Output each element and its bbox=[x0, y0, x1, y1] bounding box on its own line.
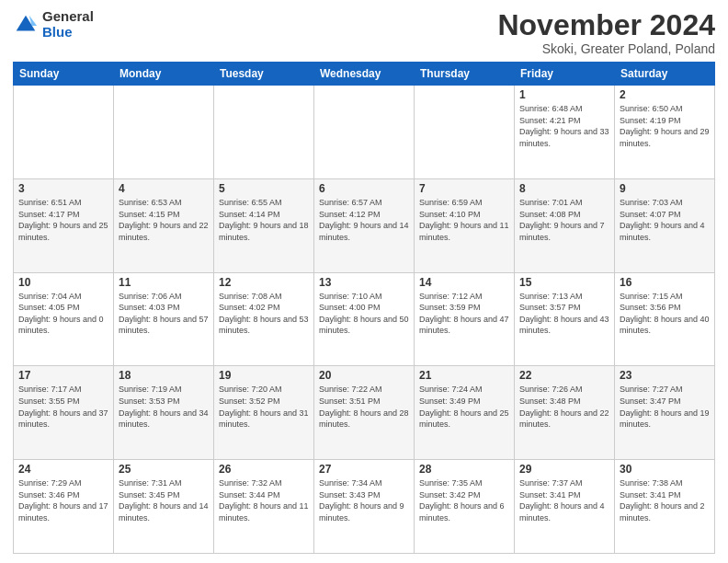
cell-4-4: 28 Sunrise: 7:35 AMSunset: 3:42 PMDaylig… bbox=[415, 460, 515, 554]
day-number: 15 bbox=[519, 276, 609, 289]
page: General Blue November 2024 Skoki, Greate… bbox=[0, 0, 728, 563]
cell-0-3 bbox=[314, 86, 415, 179]
cell-2-1: 11 Sunrise: 7:06 AMSunset: 4:03 PMDaylig… bbox=[114, 272, 214, 366]
month-title: November 2024 bbox=[497, 9, 715, 41]
day-info: Sunrise: 7:15 AMSunset: 3:56 PMDaylight:… bbox=[620, 291, 710, 337]
day-number: 10 bbox=[18, 276, 108, 289]
day-info: Sunrise: 7:17 AMSunset: 3:55 PMDaylight:… bbox=[18, 384, 108, 430]
logo-general: General bbox=[42, 9, 94, 25]
week-row-2: 10 Sunrise: 7:04 AMSunset: 4:05 PMDaylig… bbox=[14, 272, 715, 366]
day-number: 20 bbox=[319, 369, 409, 382]
cell-2-6: 16 Sunrise: 7:15 AMSunset: 3:56 PMDaylig… bbox=[615, 272, 715, 366]
logo: General Blue bbox=[13, 9, 94, 40]
day-number: 18 bbox=[119, 369, 209, 382]
cell-2-5: 15 Sunrise: 7:13 AMSunset: 3:57 PMDaylig… bbox=[515, 272, 615, 366]
header-wednesday: Wednesday bbox=[314, 63, 415, 86]
day-info: Sunrise: 6:57 AMSunset: 4:12 PMDaylight:… bbox=[319, 197, 409, 243]
cell-3-5: 22 Sunrise: 7:26 AMSunset: 3:48 PMDaylig… bbox=[515, 366, 615, 460]
day-number: 14 bbox=[419, 276, 509, 289]
day-info: Sunrise: 6:48 AMSunset: 4:21 PMDaylight:… bbox=[519, 103, 609, 149]
day-number: 28 bbox=[419, 463, 509, 476]
day-info: Sunrise: 7:03 AMSunset: 4:07 PMDaylight:… bbox=[620, 197, 710, 243]
day-number: 17 bbox=[18, 369, 108, 382]
day-info: Sunrise: 7:32 AMSunset: 3:44 PMDaylight:… bbox=[219, 477, 309, 523]
day-info: Sunrise: 7:24 AMSunset: 3:49 PMDaylight:… bbox=[419, 384, 509, 430]
cell-0-5: 1 Sunrise: 6:48 AMSunset: 4:21 PMDayligh… bbox=[515, 86, 615, 179]
day-info: Sunrise: 7:22 AMSunset: 3:51 PMDaylight:… bbox=[319, 384, 409, 430]
day-info: Sunrise: 7:37 AMSunset: 3:41 PMDaylight:… bbox=[519, 477, 609, 523]
cell-3-2: 19 Sunrise: 7:20 AMSunset: 3:52 PMDaylig… bbox=[214, 366, 314, 460]
cell-3-4: 21 Sunrise: 7:24 AMSunset: 3:49 PMDaylig… bbox=[415, 366, 515, 460]
day-number: 19 bbox=[219, 369, 309, 382]
day-info: Sunrise: 6:53 AMSunset: 4:15 PMDaylight:… bbox=[119, 197, 209, 243]
cell-4-0: 24 Sunrise: 7:29 AMSunset: 3:46 PMDaylig… bbox=[14, 460, 114, 554]
header-thursday: Thursday bbox=[415, 63, 515, 86]
cell-1-1: 4 Sunrise: 6:53 AMSunset: 4:15 PMDayligh… bbox=[114, 178, 214, 272]
day-number: 22 bbox=[519, 369, 609, 382]
day-number: 1 bbox=[519, 88, 609, 101]
day-number: 6 bbox=[319, 182, 409, 195]
cell-1-0: 3 Sunrise: 6:51 AMSunset: 4:17 PMDayligh… bbox=[14, 178, 114, 272]
cell-3-0: 17 Sunrise: 7:17 AMSunset: 3:55 PMDaylig… bbox=[14, 366, 114, 460]
day-info: Sunrise: 6:55 AMSunset: 4:14 PMDaylight:… bbox=[219, 197, 309, 243]
cell-2-4: 14 Sunrise: 7:12 AMSunset: 3:59 PMDaylig… bbox=[415, 272, 515, 366]
week-row-4: 24 Sunrise: 7:29 AMSunset: 3:46 PMDaylig… bbox=[14, 460, 715, 554]
day-info: Sunrise: 7:04 AMSunset: 4:05 PMDaylight:… bbox=[18, 291, 108, 337]
day-number: 30 bbox=[620, 463, 710, 476]
week-row-1: 3 Sunrise: 6:51 AMSunset: 4:17 PMDayligh… bbox=[14, 178, 715, 272]
day-info: Sunrise: 7:06 AMSunset: 4:03 PMDaylight:… bbox=[119, 291, 209, 337]
day-info: Sunrise: 7:08 AMSunset: 4:02 PMDaylight:… bbox=[219, 291, 309, 337]
day-info: Sunrise: 7:19 AMSunset: 3:53 PMDaylight:… bbox=[119, 384, 209, 430]
day-info: Sunrise: 7:26 AMSunset: 3:48 PMDaylight:… bbox=[519, 384, 609, 430]
header-monday: Monday bbox=[114, 63, 214, 86]
cell-3-3: 20 Sunrise: 7:22 AMSunset: 3:51 PMDaylig… bbox=[314, 366, 415, 460]
day-number: 5 bbox=[219, 182, 309, 195]
cell-4-6: 30 Sunrise: 7:38 AMSunset: 3:41 PMDaylig… bbox=[615, 460, 715, 554]
cell-0-2 bbox=[214, 86, 314, 179]
header-tuesday: Tuesday bbox=[214, 63, 314, 86]
location: Skoki, Greater Poland, Poland bbox=[497, 41, 715, 56]
day-info: Sunrise: 7:35 AMSunset: 3:42 PMDaylight:… bbox=[419, 477, 509, 523]
day-info: Sunrise: 7:20 AMSunset: 3:52 PMDaylight:… bbox=[219, 384, 309, 430]
day-number: 16 bbox=[620, 276, 710, 289]
cell-4-2: 26 Sunrise: 7:32 AMSunset: 3:44 PMDaylig… bbox=[214, 460, 314, 554]
day-number: 4 bbox=[119, 182, 209, 195]
cell-0-4 bbox=[415, 86, 515, 179]
day-number: 11 bbox=[119, 276, 209, 289]
cell-1-4: 7 Sunrise: 6:59 AMSunset: 4:10 PMDayligh… bbox=[415, 178, 515, 272]
cell-2-3: 13 Sunrise: 7:10 AMSunset: 4:00 PMDaylig… bbox=[314, 272, 415, 366]
week-row-0: 1 Sunrise: 6:48 AMSunset: 4:21 PMDayligh… bbox=[14, 86, 715, 179]
title-section: November 2024 Skoki, Greater Poland, Pol… bbox=[497, 9, 715, 56]
calendar: Sunday Monday Tuesday Wednesday Thursday… bbox=[13, 62, 715, 554]
day-info: Sunrise: 7:31 AMSunset: 3:45 PMDaylight:… bbox=[119, 477, 209, 523]
day-info: Sunrise: 7:29 AMSunset: 3:46 PMDaylight:… bbox=[18, 477, 108, 523]
cell-4-5: 29 Sunrise: 7:37 AMSunset: 3:41 PMDaylig… bbox=[515, 460, 615, 554]
cell-2-2: 12 Sunrise: 7:08 AMSunset: 4:02 PMDaylig… bbox=[214, 272, 314, 366]
day-info: Sunrise: 7:10 AMSunset: 4:00 PMDaylight:… bbox=[319, 291, 409, 337]
day-info: Sunrise: 7:27 AMSunset: 3:47 PMDaylight:… bbox=[620, 384, 710, 430]
day-number: 21 bbox=[419, 369, 509, 382]
day-info: Sunrise: 6:59 AMSunset: 4:10 PMDaylight:… bbox=[419, 197, 509, 243]
day-number: 27 bbox=[319, 463, 409, 476]
logo-blue: Blue bbox=[42, 25, 94, 40]
day-number: 8 bbox=[519, 182, 609, 195]
logo-icon bbox=[13, 12, 39, 38]
calendar-table: Sunday Monday Tuesday Wednesday Thursday… bbox=[13, 62, 715, 554]
day-info: Sunrise: 7:34 AMSunset: 3:43 PMDaylight:… bbox=[319, 477, 409, 523]
cell-0-0 bbox=[14, 86, 114, 179]
cell-1-2: 5 Sunrise: 6:55 AMSunset: 4:14 PMDayligh… bbox=[214, 178, 314, 272]
week-row-3: 17 Sunrise: 7:17 AMSunset: 3:55 PMDaylig… bbox=[14, 366, 715, 460]
day-number: 29 bbox=[519, 463, 609, 476]
cell-3-6: 23 Sunrise: 7:27 AMSunset: 3:47 PMDaylig… bbox=[615, 366, 715, 460]
header-row: Sunday Monday Tuesday Wednesday Thursday… bbox=[14, 63, 715, 86]
logo-text: General Blue bbox=[42, 9, 94, 40]
cell-4-3: 27 Sunrise: 7:34 AMSunset: 3:43 PMDaylig… bbox=[314, 460, 415, 554]
day-number: 9 bbox=[620, 182, 710, 195]
day-info: Sunrise: 7:12 AMSunset: 3:59 PMDaylight:… bbox=[419, 291, 509, 337]
day-info: Sunrise: 6:51 AMSunset: 4:17 PMDaylight:… bbox=[18, 197, 108, 243]
day-info: Sunrise: 6:50 AMSunset: 4:19 PMDaylight:… bbox=[620, 103, 710, 149]
cell-1-5: 8 Sunrise: 7:01 AMSunset: 4:08 PMDayligh… bbox=[515, 178, 615, 272]
cell-0-6: 2 Sunrise: 6:50 AMSunset: 4:19 PMDayligh… bbox=[615, 86, 715, 179]
day-info: Sunrise: 7:38 AMSunset: 3:41 PMDaylight:… bbox=[620, 477, 710, 523]
cell-1-6: 9 Sunrise: 7:03 AMSunset: 4:07 PMDayligh… bbox=[615, 178, 715, 272]
